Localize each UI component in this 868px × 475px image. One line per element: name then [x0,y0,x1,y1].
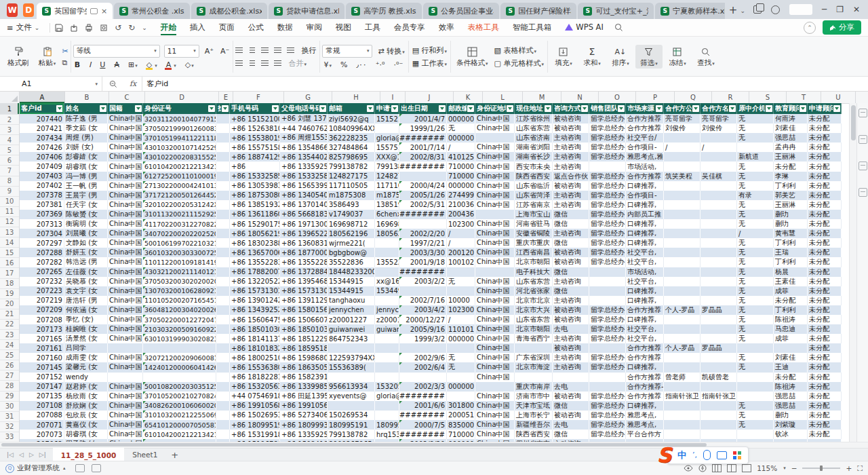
cell[interactable]: 口碑推荐, [626,181,664,191]
cell[interactable]: 180562196 [375,229,399,238]
cell[interactable]: hrq153199 [375,430,399,439]
minimize-button[interactable]: ─ [822,5,827,14]
scissors-icon[interactable]: ✂ [62,47,68,56]
cell[interactable] [737,430,774,439]
cell[interactable]: 未分配 [808,286,842,296]
menu-item-页面[interactable]: 页面 [212,20,241,35]
cell[interactable]: 亮哥留学 [701,114,737,124]
cell-style-button[interactable]: ▢ 单元格样式▾ [493,58,545,69]
cell[interactable] [589,373,626,382]
cell[interactable] [216,267,230,277]
cell[interactable]: wjrme221( [328,238,375,248]
cell[interactable]: +86 52734062 [280,411,328,420]
cell[interactable]: 825798695 [328,152,375,162]
cell[interactable]: 207223 [20,286,64,296]
cell[interactable]: 207165 [20,334,64,343]
cell[interactable]: 274499 [447,191,475,200]
cell[interactable]: 彭睿婧 (女 [64,152,108,162]
font-name-select[interactable]: 等线▾ [73,45,160,58]
cell[interactable]: 主动咨询 [553,353,589,362]
cell[interactable]: 35522836 [328,257,375,267]
row-header-24[interactable]: 24 [0,340,19,350]
cell[interactable]: +86 1372884680 [280,267,328,277]
cell[interactable] [216,315,230,324]
filter-dropdown-icon[interactable] [56,105,63,112]
cell[interactable] [375,353,399,362]
cell[interactable]: 2002/7/16 [399,296,447,305]
menu-item-公式[interactable]: 公式 [241,20,271,35]
cell[interactable]: China中国 [108,181,143,191]
cell[interactable]: +86 18753080 [230,191,280,200]
increase-font-button[interactable]: A⁺ [203,47,215,56]
cell[interactable]: 成菲 [774,286,808,296]
cell[interactable]: 合作方推荐 [626,373,664,382]
cell[interactable]: 湖南省浏阳 [515,142,553,152]
header-cell-C[interactable]: 国籍 [108,103,143,114]
cell[interactable]: 2001/9/18 [399,257,447,267]
cell[interactable]: China中国 [108,430,143,439]
cell[interactable] [701,133,737,142]
cell[interactable]: 610104200212213421 [143,430,216,439]
cell[interactable] [664,334,701,343]
header-cell-O[interactable]: 销售团队 [589,103,626,114]
cell[interactable]: 平台合作方 [626,430,664,439]
cell[interactable]: 未分配 [808,277,842,286]
cell[interactable]: 山东省济南 [515,133,553,142]
cell[interactable]: China中国 [475,315,515,324]
cell[interactable]: 169698712 [328,219,375,229]
cell[interactable]: 371721200501264452 [143,191,216,200]
cell[interactable]: 110105200207165451 [143,296,216,305]
cell[interactable]: China中国 [108,353,143,362]
column-header-E[interactable]: E [219,92,233,103]
increase-decimal-button[interactable]: ⁺·⁰ [374,60,387,69]
cell[interactable]: China中国 [108,324,143,334]
cell[interactable]: China中国 [108,200,143,210]
cell[interactable]: 110112200109181419 [143,257,216,267]
cell[interactable]: 207282 [20,257,64,267]
column-header-T[interactable]: T [787,92,821,103]
cell[interactable] [664,315,701,324]
cell[interactable]: ######## [399,392,447,401]
cell[interactable]: China中国 [108,152,143,162]
cell[interactable]: 1999/3/2 [399,334,447,343]
cell[interactable] [399,373,447,382]
cell[interactable] [701,152,737,162]
cell[interactable] [375,411,399,420]
cell[interactable]: 留学总经办 [589,430,626,439]
cell[interactable]: 2002/9/6 [399,353,447,362]
cell[interactable]: 无 [737,238,774,248]
cell[interactable]: / [447,229,475,238]
cell[interactable]: 180562196 [328,229,375,238]
cell[interactable]: 207378 [20,191,64,200]
cell[interactable]: 未分配 [808,382,842,392]
cell[interactable]: China中国 [475,172,515,181]
cell[interactable]: +86 18101832 [230,343,280,353]
cell[interactable]: 无 [737,315,774,324]
status-tool-icon-1[interactable] [75,464,85,472]
cell[interactable]: 口碑推荐, [626,200,664,210]
cell[interactable]: 留学总经办 [589,152,626,162]
cell[interactable]: +86 1391129694 [280,296,328,305]
cell[interactable] [447,286,475,296]
cell[interactable] [216,257,230,267]
header-cell-E[interactable]: 护照号 [216,103,230,114]
fill-button[interactable]: 填充▾ [550,45,577,69]
cell[interactable]: +86 1850103098 [280,324,328,334]
cell[interactable]: 360103200303300725 [143,248,216,257]
cell[interactable]: 天津市宝坻 [515,401,553,411]
cell[interactable]: China中国 [108,315,143,324]
cell[interactable]: China中国 [475,219,515,229]
underline-button[interactable]: U [98,60,106,69]
cell[interactable]: +86 周煜155380 [280,133,328,142]
cell[interactable]: 无 [737,200,774,210]
cell[interactable]: m1875308 [375,191,399,200]
cell[interactable]: 口碑推荐, [626,238,664,248]
cell[interactable]: 15344915 [328,277,375,286]
cell[interactable]: 117110505 [328,181,375,191]
cell[interactable] [399,172,447,181]
cell[interactable]: 被动咨询 [553,124,589,133]
cell[interactable]: 799138782 [328,430,375,439]
cell[interactable] [447,267,475,277]
cell[interactable] [664,133,701,142]
cell[interactable]: +86 1354402198 [280,152,328,162]
